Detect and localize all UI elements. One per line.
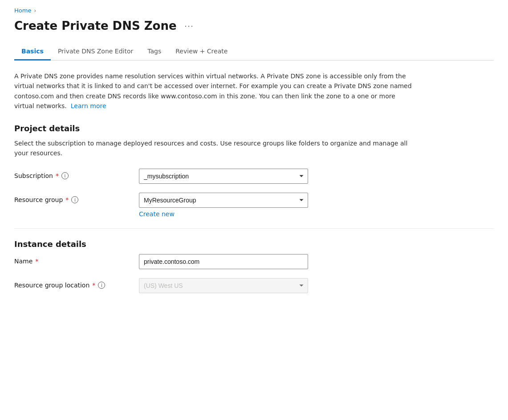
resource-group-required: * xyxy=(65,196,69,203)
description-section: A Private DNS zone provides name resolut… xyxy=(14,71,415,111)
resource-group-label-col: Resource group * i xyxy=(14,193,121,203)
breadcrumb-home-link[interactable]: Home xyxy=(14,7,31,14)
resource-group-info-icon[interactable]: i xyxy=(71,196,78,203)
project-details-title: Project details xyxy=(14,124,494,133)
breadcrumb: Home › xyxy=(14,7,494,14)
subscription-dropdown[interactable]: _mysubscription xyxy=(139,169,308,184)
instance-details-title: Instance details xyxy=(14,239,494,249)
resource-group-location-form-row: Resource group location * i (US) West US xyxy=(14,278,494,293)
resource-group-location-control-col: (US) West US xyxy=(139,278,308,293)
ellipsis-button[interactable]: ··· xyxy=(182,20,197,32)
name-control-col xyxy=(139,254,308,269)
subscription-info-icon[interactable]: i xyxy=(61,172,69,179)
subscription-control-col: _mysubscription xyxy=(139,169,308,184)
tab-review-create[interactable]: Review + Create xyxy=(168,43,235,61)
project-details-description: Select the subscription to manage deploy… xyxy=(14,138,415,158)
resource-group-dropdown[interactable]: MyResourceGroup xyxy=(139,193,308,208)
resource-group-location-required: * xyxy=(92,282,95,289)
tab-private-dns-zone-editor[interactable]: Private DNS Zone Editor xyxy=(51,43,140,61)
page-title-row: Create Private DNS Zone ··· xyxy=(14,19,494,32)
instance-details-section: Instance details Name * Resource group l… xyxy=(14,239,494,293)
resource-group-location-dropdown[interactable]: (US) West US xyxy=(139,278,308,293)
resource-group-form-row: Resource group * i MyResourceGroup Creat… xyxy=(14,193,494,218)
name-input[interactable] xyxy=(139,254,308,269)
tab-basics[interactable]: Basics xyxy=(14,43,51,61)
create-new-link[interactable]: Create new xyxy=(139,210,175,218)
description-text: A Private DNS zone provides name resolut… xyxy=(14,71,415,111)
resource-group-location-label-col: Resource group location * i xyxy=(14,278,121,289)
resource-group-label: Resource group * i xyxy=(14,196,121,203)
resource-group-control-col: MyResourceGroup Create new xyxy=(139,193,308,218)
project-details-section: Project details Select the subscription … xyxy=(14,124,494,218)
subscription-label-col: Subscription * i xyxy=(14,169,121,179)
breadcrumb-separator: › xyxy=(34,8,36,14)
name-label: Name * xyxy=(14,258,121,265)
resource-group-location-label: Resource group location * i xyxy=(14,282,121,289)
tabs-container: Basics Private DNS Zone Editor Tags Revi… xyxy=(14,43,494,61)
subscription-label: Subscription * i xyxy=(14,172,121,179)
page-container: Home › Create Private DNS Zone ··· Basic… xyxy=(0,0,508,316)
learn-more-link[interactable]: Learn more xyxy=(71,102,106,109)
name-label-col: Name * xyxy=(14,254,121,265)
name-required: * xyxy=(35,258,38,265)
page-title: Create Private DNS Zone xyxy=(14,19,177,32)
tab-tags[interactable]: Tags xyxy=(140,43,168,61)
section-divider xyxy=(14,228,494,229)
name-form-row: Name * xyxy=(14,254,494,269)
resource-group-location-info-icon[interactable]: i xyxy=(98,282,105,289)
subscription-required: * xyxy=(56,172,59,179)
subscription-form-row: Subscription * i _mysubscription xyxy=(14,169,494,184)
